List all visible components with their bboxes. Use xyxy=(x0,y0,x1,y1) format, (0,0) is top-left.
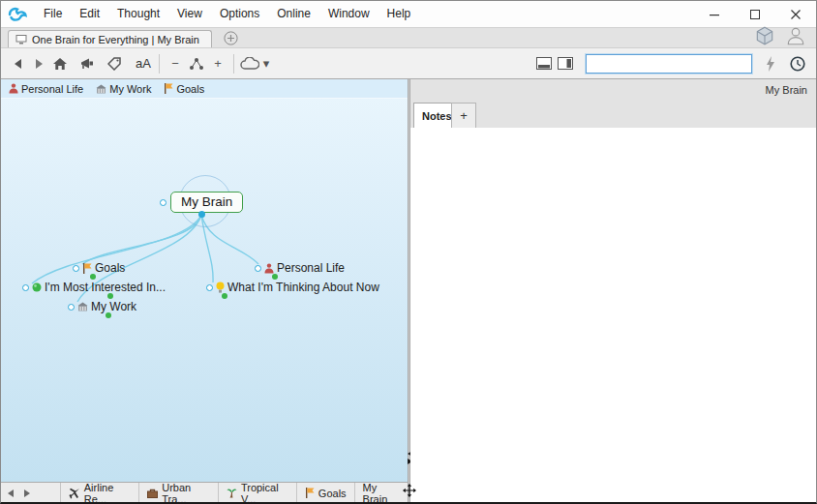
thought-node-personal-life[interactable]: Personal Life xyxy=(255,261,345,275)
child-gate[interactable] xyxy=(90,274,96,280)
child-gate[interactable] xyxy=(222,293,227,299)
parent-gate[interactable] xyxy=(73,265,79,272)
search-input[interactable] xyxy=(586,54,752,74)
history-clock-icon[interactable] xyxy=(787,52,808,75)
brain-tab[interactable]: One Brain for Everything | My Brain xyxy=(8,30,212,48)
past-tab-label: Airline Re... xyxy=(84,482,131,504)
account-person-icon[interactable] xyxy=(785,25,806,46)
thought-node-goals[interactable]: Goals xyxy=(73,261,125,275)
parent-gate[interactable] xyxy=(22,284,29,291)
thought-label: My Work xyxy=(91,300,136,313)
thought-node-thinking[interactable]: What I'm Thinking About Now xyxy=(206,281,379,294)
toolbar-separator xyxy=(233,54,234,74)
jump-gate[interactable] xyxy=(160,199,166,206)
briefcase-icon xyxy=(147,489,158,498)
pin-my-work[interactable]: My Work xyxy=(92,83,160,95)
local-brain-cube-icon[interactable] xyxy=(754,25,775,46)
green-sphere-icon xyxy=(32,282,42,292)
menu-edit[interactable]: Edit xyxy=(71,1,108,27)
past-tab-label: Urban Tra... xyxy=(162,482,210,504)
past-tab-airline[interactable]: Airline Re... xyxy=(60,483,139,503)
menu-thought[interactable]: Thought xyxy=(108,1,168,27)
pin-goals[interactable]: Goals xyxy=(160,83,213,95)
past-tab-urban[interactable]: Urban Tra... xyxy=(139,483,219,503)
person-icon xyxy=(264,263,274,274)
toolbar-right-group xyxy=(533,52,808,75)
content-panel: My Brain Notes + xyxy=(410,79,816,502)
building-icon xyxy=(77,302,88,311)
splitter-move-icon[interactable] xyxy=(403,484,416,497)
font-style-button[interactable]: aA xyxy=(133,52,154,75)
thought-label: Personal Life xyxy=(277,261,345,275)
palm-icon xyxy=(227,488,237,498)
thought-node-interested[interactable]: I'm Most Interested In... xyxy=(22,281,166,294)
add-tab-icon[interactable] xyxy=(224,31,238,45)
flag-icon xyxy=(305,488,315,498)
parent-gate[interactable] xyxy=(206,284,213,291)
scroll-left-icon[interactable] xyxy=(5,485,16,502)
menu-file[interactable]: File xyxy=(35,1,71,27)
scroll-right-icon[interactable] xyxy=(20,485,32,502)
notes-header: My Brain Notes + xyxy=(410,79,816,128)
pin-label: My Work xyxy=(109,83,151,95)
toggle-right-panel-icon[interactable] xyxy=(555,52,576,75)
titlebar: File Edit Thought View Options Online Wi… xyxy=(1,1,816,27)
maximize-icon[interactable] xyxy=(735,1,775,27)
cloud-sync-icon[interactable] xyxy=(239,52,260,75)
zoom-in-icon[interactable]: + xyxy=(207,52,228,75)
back-icon[interactable] xyxy=(7,52,28,75)
thought-label: I'm Most Interested In... xyxy=(45,281,166,294)
zoom-out-icon[interactable]: − xyxy=(165,52,186,75)
flag-icon xyxy=(82,263,92,274)
forward-icon[interactable] xyxy=(28,52,49,75)
add-content-tab[interactable]: + xyxy=(451,103,476,128)
toggle-bottom-panel-icon[interactable] xyxy=(533,52,555,75)
thought-title: My Brain xyxy=(766,84,807,96)
parent-gate[interactable] xyxy=(255,265,261,272)
toolbar-separator xyxy=(159,54,160,74)
child-gate[interactable] xyxy=(272,274,278,280)
pin-label: Goals xyxy=(176,83,204,95)
menu-help[interactable]: Help xyxy=(378,1,420,27)
airplane-icon xyxy=(69,488,80,499)
thought-label: What I'm Thinking About Now xyxy=(227,281,379,294)
thebrain-logo-icon xyxy=(8,7,27,22)
pinned-thoughts-bar: Personal Life My Work Goals xyxy=(1,79,408,99)
lightbulb-icon xyxy=(216,282,225,293)
notes-editor[interactable] xyxy=(410,128,816,502)
past-thought-bar: Airline Re... Urban Tra... Tropical V...… xyxy=(1,482,408,503)
child-gate[interactable] xyxy=(106,312,111,318)
child-gate[interactable] xyxy=(198,211,205,218)
child-gate[interactable] xyxy=(107,293,113,299)
brain-tab-label: One Brain for Everything | My Brain xyxy=(32,34,199,45)
plex-view-icon[interactable] xyxy=(186,52,207,75)
thought-node-my-brain[interactable]: My Brain xyxy=(160,192,243,213)
monitor-icon xyxy=(15,35,27,44)
menu-options[interactable]: Options xyxy=(211,1,268,27)
window-controls xyxy=(694,1,816,27)
past-tab-tropical[interactable]: Tropical V... xyxy=(219,483,297,503)
menu-view[interactable]: View xyxy=(168,1,211,27)
plex-canvas[interactable]: My Brain Goals Personal Life xyxy=(1,99,408,482)
past-tab-label: My Brain xyxy=(363,482,400,504)
past-tab-goals[interactable]: Goals xyxy=(297,483,355,503)
past-tab-my-brain[interactable]: My Brain xyxy=(355,483,408,503)
minimize-icon[interactable] xyxy=(694,1,735,27)
tag-icon[interactable] xyxy=(104,52,125,75)
menu-online[interactable]: Online xyxy=(268,1,319,27)
building-icon xyxy=(96,84,106,94)
past-tab-label: Tropical V... xyxy=(241,482,288,504)
megaphone-icon[interactable] xyxy=(76,52,98,75)
cloud-dropdown-caret-icon[interactable]: ▾ xyxy=(260,52,272,75)
home-icon[interactable] xyxy=(49,52,71,75)
lightning-icon[interactable] xyxy=(760,52,781,75)
pin-personal-life[interactable]: Personal Life xyxy=(5,83,92,95)
close-icon[interactable] xyxy=(775,1,816,27)
active-thought-label[interactable]: My Brain xyxy=(170,192,243,213)
past-tab-label: Goals xyxy=(318,488,347,499)
parent-gate[interactable] xyxy=(68,304,75,311)
menu-window[interactable]: Window xyxy=(319,1,378,27)
app-window: File Edit Thought View Options Online Wi… xyxy=(0,0,817,504)
thought-label: Goals xyxy=(95,261,125,275)
thought-node-my-work[interactable]: My Work xyxy=(68,300,136,313)
